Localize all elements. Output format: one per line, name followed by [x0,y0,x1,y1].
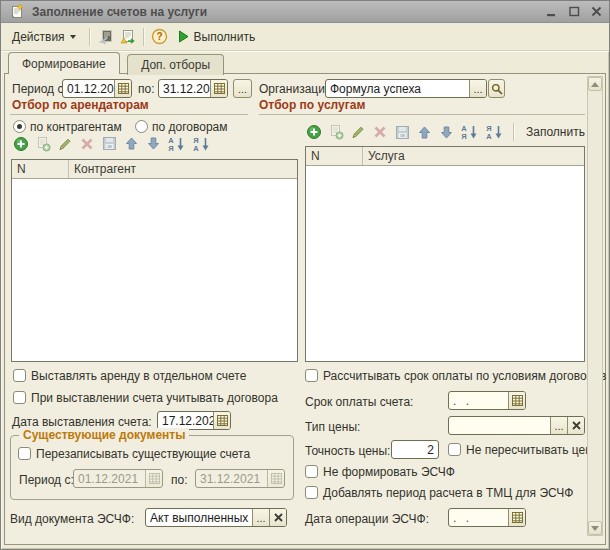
play-icon [178,30,189,43]
restore-settings-icon[interactable] [97,28,115,45]
delete-icon[interactable] [78,135,96,152]
period-to-field[interactable]: 31.12.2021 [158,79,228,98]
maximize-icon[interactable] [568,6,580,18]
actions-label: Действия [12,30,65,44]
price-type-field[interactable]: ... [448,416,585,435]
period-from-field[interactable]: 01.12.2021 [62,79,132,98]
add-icon[interactable] [305,124,323,141]
column-header-service[interactable]: Услуга [363,147,584,165]
existing-documents-group: Существующие документы Перезаписывать су… [10,435,294,500]
checkbox-label: Не формировать ЭСЧФ [323,465,455,479]
checkbox-box [18,447,31,460]
organization-select-button[interactable]: ... [469,80,486,97]
tenants-section-title: Отбор по арендаторам [12,98,149,112]
move-up-icon[interactable] [122,135,140,152]
scroll-up-icon[interactable] [588,77,602,91]
radio-by-contractors[interactable]: по контрагентам [13,119,122,134]
section-divider [10,114,248,115]
checkbox-calc-due-by-contracts[interactable]: Рассчитывать срок оплаты по условиям дог… [305,368,606,383]
price-type-select-button[interactable]: ... [550,417,567,434]
checkbox-label: Не пересчитывать цену [466,443,598,457]
fill-button[interactable]: Заполнить [522,125,585,139]
column-header-n[interactable]: N [306,147,363,165]
services-table[interactable]: N Услуга [305,146,585,362]
eschf-kind-select-button[interactable]: ... [252,509,269,526]
svg-text:А: А [486,132,492,140]
tenants-table[interactable]: N Контрагент [11,159,298,362]
due-date-field[interactable]: . . [448,391,526,410]
move-up-icon[interactable] [415,124,433,141]
calendar-button[interactable] [114,80,131,97]
calendar-icon [149,473,160,484]
svg-text:?: ? [157,31,163,42]
column-header-n[interactable]: N [12,160,69,178]
checkbox-consider-contracts[interactable]: При выставлении счета учитывать договора [13,390,278,405]
price-precision-field[interactable]: 2 [391,440,439,459]
add-icon[interactable] [12,135,30,152]
sort-ascending-icon[interactable]: АЯ [166,135,187,152]
ellipsis-label: ... [238,83,247,95]
close-icon[interactable] [590,6,602,18]
actions-button[interactable]: Действия [6,27,82,47]
execute-button[interactable]: Выполнить [172,27,262,47]
invoice-date-value: 17.12.2021 [158,412,213,429]
copy-icon[interactable] [34,135,52,152]
organization-field[interactable]: Формула успеха ... [325,79,487,98]
delete-icon[interactable] [371,124,389,141]
save-row-icon[interactable]: ок [393,124,411,141]
price-precision-value: 2 [392,441,438,458]
organization-label: Организация: [259,82,335,96]
checkbox-add-period-tmc[interactable]: Добавлять период расчета в ТМЦ для ЭСЧФ [305,485,573,500]
edit-icon[interactable] [349,124,367,141]
copy-icon[interactable] [327,124,345,141]
price-precision-label: Точность цены: [305,444,390,458]
sort-ascending-icon[interactable]: АЯ [459,124,480,141]
eschf-kind-clear-button[interactable] [269,509,286,526]
radio-by-contracts[interactable]: по договорам [135,119,227,134]
vertical-scrollbar[interactable] [587,76,603,536]
sort-descending-icon[interactable]: ЯА [191,135,212,152]
minimize-icon[interactable] [546,6,558,18]
window-title: Заполнение счетов на услуги [32,5,540,19]
checkbox-separate-invoice[interactable]: Выставлять аренду в отдельном счете [13,368,246,383]
calendar-button[interactable] [508,509,525,526]
move-down-icon[interactable] [437,124,455,141]
calendar-button[interactable] [210,80,227,97]
save-row-icon[interactable]: ок [100,135,118,152]
save-settings-icon[interactable] [118,28,136,45]
tab-extra-filters[interactable]: Доп. отборы [127,54,224,75]
calendar-button[interactable] [213,412,230,429]
services-table-header: N Услуга [306,147,584,166]
checkbox-label: Перезаписывать существующие счета [36,447,250,461]
clear-icon [274,513,283,522]
move-down-icon[interactable] [144,135,162,152]
tab-formation[interactable]: Формирование [8,52,120,74]
price-type-clear-button[interactable] [567,417,584,434]
existing-period-label: Период с: [19,473,74,487]
help-icon[interactable]: ? [151,28,169,45]
checkbox-no-recalc-price[interactable]: Не пересчитывать цену [448,442,598,457]
eschf-operation-date-label: Дата операции ЭСЧФ: [305,512,429,526]
checkbox-label: Добавлять период расчета в ТМЦ для ЭСЧФ [323,486,573,500]
search-icon [491,83,503,95]
sort-descending-icon[interactable]: ЯА [484,124,505,141]
period-to-value: 31.12.2021 [159,80,210,97]
column-header-contractor[interactable]: Контрагент [69,160,297,178]
scroll-down-icon[interactable] [588,521,602,535]
eschf-operation-date-field[interactable]: . . [448,508,526,527]
existing-period-to-label: по: [171,473,188,487]
svg-text:А: А [193,144,199,152]
organization-search-button[interactable] [488,79,505,98]
period-more-button[interactable]: ... [233,79,252,98]
ellipsis-label: ... [256,512,265,524]
title-bar[interactable]: Заполнение счетов на услуги [1,1,609,23]
checkbox-no-eschf[interactable]: Не формировать ЭСЧФ [305,464,455,479]
calendar-icon [214,83,225,94]
calendar-icon [118,83,129,94]
calendar-icon [217,415,228,426]
radio-label: по контрагентам [30,120,122,134]
checkbox-rewrite-invoices[interactable]: Перезаписывать существующие счета [18,446,250,461]
edit-icon[interactable] [56,135,74,152]
calendar-button[interactable] [508,392,525,409]
eschf-kind-field[interactable]: Акт выполненных раб ... [145,508,287,527]
